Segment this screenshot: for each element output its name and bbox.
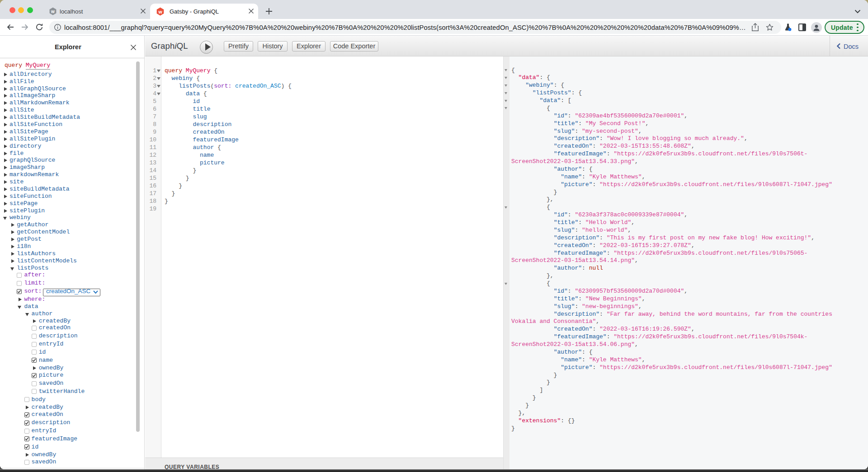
svg-text:w: w xyxy=(51,9,55,14)
svg-text:w: w xyxy=(158,9,162,14)
